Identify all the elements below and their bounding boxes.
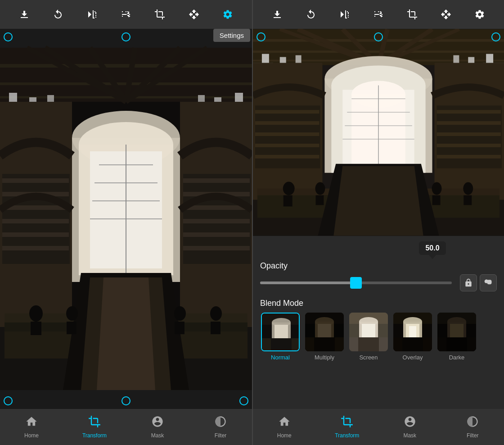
crop-handle-cb[interactable] [122,396,130,405]
svg-rect-110 [437,105,502,168]
svg-rect-163 [423,337,432,351]
intersect-btn[interactable] [480,274,497,291]
transform-icon-left [88,415,101,431]
right-toolbar [253,0,504,29]
opacity-slider-row [260,274,497,291]
move-btn-left[interactable] [185,5,203,23]
blend-item-multiply[interactable]: Multiply [304,313,345,361]
svg-rect-171 [467,337,476,351]
nav-mask-right[interactable]: Mask [396,415,423,439]
opacity-slider-track[interactable] [260,282,452,284]
svg-point-57 [29,305,43,322]
svg-point-124 [315,182,325,195]
settings-btn-left[interactable] [219,5,237,23]
svg-rect-41 [2,246,69,250]
nav-home-right[interactable]: Home [271,415,298,439]
svg-rect-43 [183,178,250,183]
opacity-slider-thumb[interactable] [350,277,362,289]
undo-btn-left[interactable] [49,5,67,23]
crop-handle-ct[interactable] [122,32,130,41]
settings-btn-right[interactable] [471,5,489,23]
svg-rect-64 [211,322,220,334]
settings-tooltip: Settings [213,29,250,42]
svg-rect-162 [393,337,402,351]
blend-item-overlay[interactable]: Overlay [392,313,433,361]
import-btn-right[interactable] [268,5,286,23]
flip-v-btn-left[interactable] [117,5,135,23]
left-panel: Settings [0,0,252,445]
blend-thumb-multiply [305,313,344,351]
svg-rect-46 [183,219,250,223]
mask-icon-left [151,415,164,431]
nav-transform-left[interactable]: Transform [81,415,108,439]
nav-transform-right[interactable]: Transform [333,415,360,439]
svg-rect-137 [262,338,271,351]
blend-label-screen: Screen [359,354,378,361]
blend-item-screen[interactable]: Screen [348,313,389,361]
nav-home-left[interactable]: Home [18,415,45,439]
undo-btn-right[interactable] [302,5,320,23]
left-toolbar: Settings [0,0,252,29]
filter-icon-left [214,415,227,431]
flip-v-btn-right[interactable] [369,5,387,23]
blend-label-multiply: Multiply [315,354,334,361]
lock-btn[interactable] [460,274,477,291]
svg-rect-39 [2,219,69,223]
opacity-slider-fill [260,282,356,284]
svg-rect-170 [437,337,446,351]
svg-rect-62 [175,322,184,334]
svg-rect-138 [292,338,300,351]
right-image-area [253,29,504,236]
svg-rect-153 [349,337,358,351]
svg-rect-105 [255,110,319,114]
blend-mode-grid: Normal Multiply [260,313,497,361]
svg-point-63 [210,306,222,321]
nav-mask-left[interactable]: Mask [144,415,171,439]
svg-point-128 [463,182,473,195]
svg-point-61 [174,306,186,321]
svg-rect-36 [2,178,69,183]
nav-filter-left[interactable]: Filter [207,415,234,439]
svg-rect-109 [255,155,319,159]
svg-rect-108 [255,144,319,147]
import-btn-left[interactable] [15,5,33,23]
crop-handle-br[interactable] [239,396,248,405]
svg-rect-123 [284,195,292,207]
blend-thumb-darken [437,313,476,351]
home-icon-right [278,415,291,431]
move-btn-right[interactable] [437,5,455,23]
blend-label-overlay: Overlay [403,354,423,361]
nav-filter-right[interactable]: Filter [459,415,486,439]
mask-icon-right [404,415,416,431]
svg-point-122 [283,182,295,195]
svg-rect-146 [335,337,344,351]
svg-marker-130 [333,166,423,236]
svg-rect-106 [255,121,319,125]
svg-rect-112 [437,121,501,125]
right-panel: 50.0 Opacity [252,0,504,445]
crop-handle-ct-right[interactable] [374,32,383,41]
svg-rect-48 [183,246,250,250]
svg-rect-40 [2,232,69,237]
crop-handle-tl-right[interactable] [256,32,266,41]
opacity-tooltip: 50.0 [419,241,446,255]
svg-rect-115 [437,155,501,159]
opacity-section: 50.0 Opacity [253,236,504,294]
svg-marker-66 [97,277,155,390]
svg-rect-125 [316,195,324,205]
crop-btn-right[interactable] [403,5,421,23]
blend-item-darken[interactable]: Darke [436,313,477,361]
svg-rect-58 [31,322,41,335]
filter-icon-right [466,415,479,431]
crop-handle-bl[interactable] [4,396,13,405]
svg-rect-129 [464,195,472,205]
crop-btn-left[interactable] [151,5,169,23]
flip-h-btn-left[interactable] [83,5,101,23]
svg-rect-104 [255,105,320,168]
blend-item-normal[interactable]: Normal [260,313,301,361]
crop-handle-tl[interactable] [4,32,13,41]
flip-h-btn-right[interactable] [336,5,354,23]
svg-rect-107 [255,132,319,136]
crop-handle-tr-right[interactable] [491,32,500,41]
svg-point-59 [66,306,78,321]
